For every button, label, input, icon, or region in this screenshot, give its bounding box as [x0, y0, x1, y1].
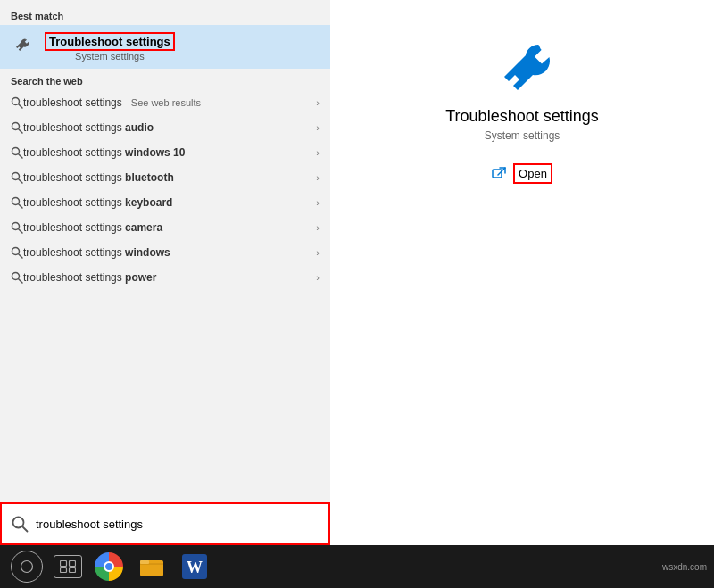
- chevron-6: ›: [316, 247, 320, 258]
- best-match-title: Troubleshoot settings: [45, 32, 175, 51]
- result-item-7[interactable]: troubleshoot settings power ›: [0, 265, 330, 290]
- svg-text:W: W: [187, 559, 203, 576]
- cortana-icon: [20, 559, 34, 574]
- action-row: Open: [492, 163, 552, 184]
- chevron-2: ›: [316, 147, 320, 158]
- result-bold-1: audio: [125, 121, 154, 134]
- chrome-icon: [95, 552, 123, 581]
- result-item-0[interactable]: troubleshoot settings - See web results …: [0, 90, 330, 115]
- app-subtitle-large: System settings: [485, 129, 560, 142]
- svg-rect-22: [70, 561, 76, 567]
- search-icon-3: [11, 171, 23, 184]
- best-match-item[interactable]: Troubleshoot settings System settings: [0, 25, 330, 69]
- app-title-large: Troubleshoot settings: [445, 107, 598, 126]
- chevron-1: ›: [316, 122, 320, 133]
- result-item-6[interactable]: troubleshoot settings windows ›: [0, 240, 330, 265]
- result-text-3: troubleshoot settings bluetooth: [23, 171, 312, 184]
- svg-line-1: [19, 104, 22, 108]
- watermark: wsxdn.com: [662, 562, 707, 572]
- result-text-7: troubleshoot settings power: [23, 271, 312, 284]
- wrench-large-icon: [486, 36, 558, 107]
- result-item-5[interactable]: troubleshoot settings camera ›: [0, 215, 330, 240]
- taskview-icon: [60, 560, 76, 573]
- svg-line-17: [23, 527, 28, 532]
- svg-line-13: [19, 254, 22, 258]
- search-bar-icon: [11, 515, 29, 533]
- result-text-4: troubleshoot settings keyboard: [23, 196, 312, 209]
- chevron-4: ›: [316, 197, 320, 208]
- search-icon-2: [11, 146, 23, 159]
- result-text-2: troubleshoot settings windows 10: [23, 146, 312, 159]
- svg-rect-26: [140, 560, 149, 564]
- result-bold-3: bluetooth: [125, 171, 174, 184]
- svg-line-7: [19, 179, 22, 183]
- best-match-subtitle: System settings: [45, 51, 175, 62]
- taskbar: W wsxdn.com: [0, 545, 714, 588]
- result-bold-7: power: [125, 271, 156, 284]
- taskbar-chrome-button[interactable]: [93, 551, 125, 583]
- left-panel: Best match Troubleshoot settings System …: [0, 0, 330, 545]
- word-icon: W: [182, 554, 207, 579]
- search-results-list: troubleshoot settings - See web results …: [0, 90, 330, 502]
- svg-line-9: [19, 204, 22, 208]
- search-icon-5: [11, 221, 23, 234]
- svg-rect-23: [61, 568, 67, 573]
- svg-line-5: [19, 154, 22, 158]
- best-match-text: Troubleshoot settings System settings: [45, 32, 175, 62]
- search-icon-4: [11, 196, 23, 209]
- taskbar-cortana-button[interactable]: [11, 551, 43, 583]
- svg-line-11: [19, 229, 22, 233]
- search-icon-6: [11, 246, 23, 259]
- svg-rect-21: [61, 561, 67, 567]
- result-item-4[interactable]: troubleshoot settings keyboard ›: [0, 190, 330, 215]
- result-bold-6: windows: [125, 246, 170, 259]
- chevron-0: ›: [316, 97, 320, 108]
- open-in-window-icon: [492, 167, 506, 181]
- open-button[interactable]: Open: [513, 163, 552, 184]
- result-item-2[interactable]: troubleshoot settings windows 10 ›: [0, 140, 330, 165]
- svg-line-3: [19, 129, 22, 133]
- search-icon-1: [11, 121, 23, 134]
- wrench-small-icon: [11, 35, 36, 60]
- svg-point-16: [13, 518, 24, 528]
- taskbar-taskview-button[interactable]: [54, 555, 82, 578]
- search-web-label: Search the web: [0, 69, 330, 90]
- result-bold-5: camera: [125, 221, 162, 234]
- result-item-1[interactable]: troubleshoot settings audio ›: [0, 115, 330, 140]
- result-text-0: troubleshoot settings - See web results: [23, 96, 312, 109]
- svg-point-20: [21, 561, 33, 573]
- search-bar-container: [0, 502, 330, 545]
- taskbar-word-button[interactable]: W: [178, 551, 211, 583]
- result-bold-2: windows 10: [125, 146, 185, 159]
- result-text-6: troubleshoot settings windows: [23, 246, 312, 259]
- result-text-1: troubleshoot settings audio: [23, 121, 312, 134]
- main-container: Best match Troubleshoot settings System …: [0, 0, 714, 545]
- result-item-3[interactable]: troubleshoot settings bluetooth ›: [0, 165, 330, 190]
- search-icon-0: [11, 96, 23, 109]
- search-icon-7: [11, 271, 23, 284]
- taskbar-explorer-button[interactable]: [136, 551, 168, 583]
- result-text-5: troubleshoot settings camera: [23, 221, 312, 234]
- best-match-section: Best match Troubleshoot settings System …: [0, 0, 330, 69]
- result-bold-4: keyboard: [125, 196, 172, 209]
- chevron-3: ›: [316, 172, 320, 183]
- chevron-7: ›: [316, 272, 320, 283]
- chevron-5: ›: [316, 222, 320, 233]
- search-input[interactable]: [36, 518, 320, 531]
- right-panel: Troubleshoot settings System settings Op…: [330, 0, 714, 545]
- file-explorer-icon: [139, 556, 164, 577]
- chrome-inner: [104, 561, 114, 572]
- svg-line-15: [19, 279, 22, 283]
- svg-rect-24: [70, 568, 76, 573]
- see-web-results: - See web results: [125, 97, 201, 108]
- best-match-label: Best match: [0, 7, 330, 25]
